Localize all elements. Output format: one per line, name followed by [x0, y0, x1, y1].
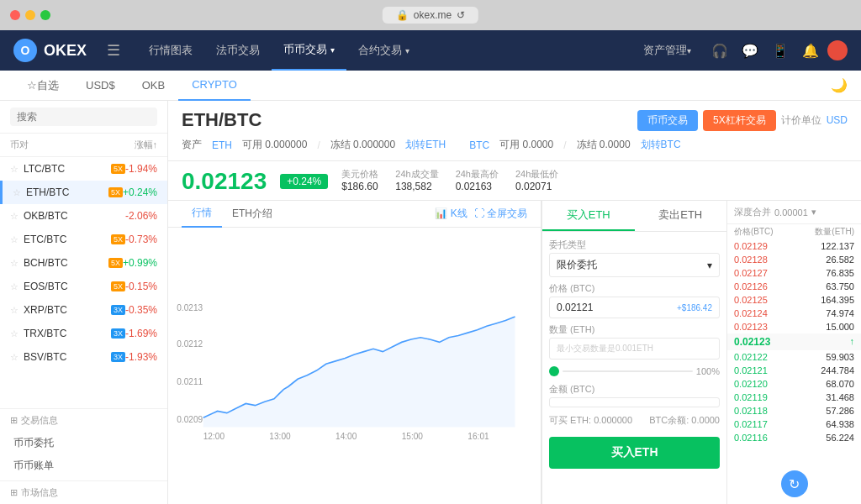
hamburger-icon[interactable]: ☰	[107, 41, 120, 60]
search-input[interactable]	[10, 108, 157, 126]
svg-text:0.0213: 0.0213	[177, 303, 203, 312]
list-item[interactable]: ☆ LTC/BTC 5X -1.94%	[0, 157, 167, 181]
list-item[interactable]: ☆ TRX/BTC 3X -1.69%	[0, 322, 167, 345]
chat-icon[interactable]: 💬	[737, 37, 763, 64]
tab-sell[interactable]: 卖出ETH	[635, 201, 727, 231]
sidebar-link-ledger[interactable]: 币币账单	[0, 454, 167, 477]
nav-item-fiat[interactable]: 法币交易	[204, 30, 272, 71]
expand-icon[interactable]: ↻	[781, 470, 808, 497]
theme-toggle[interactable]: 🌙	[831, 77, 848, 93]
headphone-icon[interactable]: 🎧	[706, 37, 733, 64]
ob-col-headers: 价格(BTC) 数量(ETH)	[727, 224, 861, 239]
bell-icon[interactable]: 🔔	[797, 37, 824, 64]
ob-bid-row[interactable]: 0.0211857.286	[727, 404, 861, 417]
refresh-icon[interactable]: ↺	[457, 9, 465, 21]
maximize-button[interactable]	[40, 10, 50, 20]
star-icon: ☆	[10, 305, 18, 316]
list-item[interactable]: ☆ BCH/BTC 5X +0.99%	[0, 251, 167, 275]
ob-ask-row[interactable]: 0.0212474.974	[727, 307, 861, 320]
slider-dot[interactable]	[549, 366, 559, 376]
minimize-button[interactable]	[25, 10, 35, 20]
avatar[interactable]	[827, 40, 848, 60]
more-data-button[interactable]: ↻	[727, 464, 861, 504]
nav-item-market[interactable]: 行情图表	[137, 30, 204, 71]
tab-market[interactable]: 行情	[182, 201, 222, 228]
ob-ask-row[interactable]: 0.02125164.395	[727, 293, 861, 307]
btc-label: BTC	[469, 139, 489, 151]
ob-bid-row[interactable]: 0.02121244.784	[727, 364, 861, 377]
close-button[interactable]	[10, 10, 20, 20]
amount-row: 数量 (ETH) 最小交易数量是0.001ETH	[549, 323, 720, 360]
order-tabs: 买入ETH 卖出ETH	[542, 201, 726, 232]
list-item[interactable]: ☆ ETC/BTC 5X -0.73%	[0, 228, 167, 251]
total-input[interactable]	[549, 397, 720, 407]
ob-current-price: 0.02123 ↑	[727, 333, 861, 350]
tab-buy[interactable]: 买入ETH	[542, 201, 635, 231]
sidebar-link-orders[interactable]: 币币委托	[0, 432, 167, 454]
fullscreen-button[interactable]: ⛶ 全屏交易	[474, 207, 527, 221]
dropdown-icon: ▾	[707, 260, 712, 271]
title-row: ETH/BTC 币币交易 5X杠杆交易 计价单位 USD	[182, 109, 848, 131]
buy-button[interactable]: 买入ETH	[549, 437, 720, 469]
list-item[interactable]: ☆ EOS/BTC 5X -0.15%	[0, 275, 167, 298]
amount-input[interactable]: 最小交易数量是0.001ETH	[549, 338, 720, 360]
ob-bid-row[interactable]: 0.0211764.938	[727, 417, 861, 431]
list-item[interactable]: ☆ OKB/BTC -2.06%	[0, 204, 167, 228]
order-type-select[interactable]: 限价委托 ▾	[549, 253, 720, 277]
svg-text:15:00: 15:00	[402, 432, 424, 441]
mobile-icon[interactable]: 📱	[767, 37, 794, 64]
change-value: -1.69%	[125, 328, 157, 339]
leverage-badge: 5X	[111, 234, 125, 244]
slider-track[interactable]	[563, 370, 693, 372]
available-eth: 可买 ETH: 0.000000	[549, 414, 632, 427]
lock-icon: 🔒	[396, 9, 409, 21]
price-input[interactable]: 0.02121 +$186.42	[549, 297, 720, 318]
spot-trade-button[interactable]: 币币交易	[637, 110, 698, 131]
ob-ask-row[interactable]: 0.0212776.835	[727, 266, 861, 280]
ob-bid-row[interactable]: 0.0212259.903	[727, 350, 861, 364]
ob-ask-row[interactable]: 0.0212315.000	[727, 320, 861, 333]
price-row: 价格 (BTC) 0.02121 +$186.42	[549, 282, 720, 318]
subnav-crypto[interactable]: CRYPTO	[178, 71, 251, 101]
main-price-row: 0.02123 +0.24%	[182, 168, 328, 195]
usd-price-stat: 美元价格 $186.60	[341, 168, 378, 192]
high-stat: 24h最高价 0.02163	[456, 168, 499, 192]
svg-text:0.0209: 0.0209	[177, 415, 203, 424]
subnav-usd[interactable]: USD$	[72, 71, 129, 101]
subnav-okb[interactable]: OKB	[129, 71, 178, 101]
btc-frozen: 冻结 0.0000	[577, 138, 631, 152]
kline-button[interactable]: 📊 K线	[435, 207, 467, 221]
nav-item-spot[interactable]: 币币交易 ▾	[272, 30, 346, 71]
star-icon: ☆	[10, 164, 18, 175]
pair-label: OKB/BTC	[24, 210, 125, 222]
leverage-trade-button[interactable]: 5X杠杆交易	[703, 110, 776, 131]
chart-container: 行情 ETH介绍 📊 K线 ⛶ 全屏交易 0.0213 0.0212 0.021…	[168, 201, 541, 504]
list-item[interactable]: ☆ BSV/BTC 3X -1.93%	[0, 345, 167, 369]
price-change-badge: +0.24%	[280, 174, 328, 189]
nav-item-futures[interactable]: 合约交易 ▾	[346, 30, 421, 71]
navbar: O OKEX ☰ 行情图表 法币交易 币币交易 ▾ 合约交易 ▾ 资产管理 ▾ …	[0, 30, 861, 71]
ob-ask-row[interactable]: 0.0212826.582	[727, 253, 861, 266]
sidebar-section-trade: ⊞ 交易信息	[0, 408, 167, 432]
nav-assets[interactable]: 资产管理 ▾	[631, 30, 703, 71]
eth-transfer-link[interactable]: 划转ETH	[405, 138, 446, 152]
list-item[interactable]: ☆ XRP/BTC 3X -0.35%	[0, 298, 167, 322]
depth-merge-control[interactable]: 深度合并 0.00001 ▾	[734, 206, 816, 218]
subnav-watchlist[interactable]: ☆ ☆ 自选 自选	[13, 71, 72, 101]
list-item[interactable]: ☆ ETH/BTC 5X +0.24%	[0, 181, 167, 204]
eth-available: 可用 0.000000	[242, 138, 307, 152]
address-bar[interactable]: 🔒 okex.me ↺	[383, 7, 478, 24]
tab-intro[interactable]: ETH介绍	[222, 201, 283, 228]
pair-label: ETH/BTC	[26, 186, 106, 198]
star-icon: ☆	[10, 211, 18, 222]
sidebar-header: 币对 涨幅↑	[0, 134, 167, 157]
ob-bid-row[interactable]: 0.0211931.468	[727, 391, 861, 404]
ob-ask-row[interactable]: 0.02129122.137	[727, 239, 861, 253]
ob-ask-row[interactable]: 0.0212663.750	[727, 280, 861, 293]
trading-pair-title: ETH/BTC	[182, 109, 261, 131]
ob-bid-row[interactable]: 0.0211656.224	[727, 431, 861, 444]
sidebar-section-market: ⊞ 市场信息	[0, 480, 167, 504]
ob-bid-row[interactable]: 0.0212068.070	[727, 377, 861, 391]
chart-area: 0.0213 0.0212 0.0211 0.0209 12:00 13:00 …	[168, 228, 541, 504]
btc-transfer-link[interactable]: 划转BTC	[641, 138, 681, 152]
